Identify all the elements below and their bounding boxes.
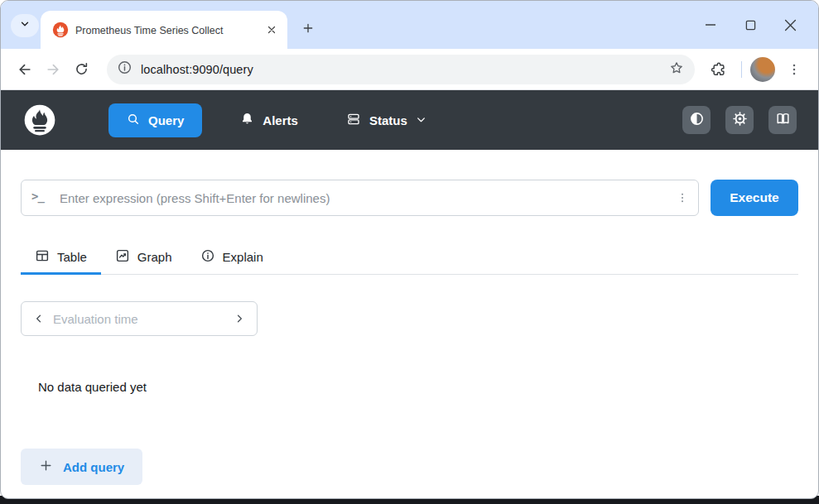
expression-input-wrap: >_ xyxy=(21,180,699,216)
extensions-icon[interactable] xyxy=(705,55,733,84)
empty-state-message: No data queried yet xyxy=(38,380,798,394)
prometheus-favicon-icon xyxy=(52,22,69,38)
tab-search-button[interactable] xyxy=(11,14,39,37)
toolbar-right xyxy=(705,55,808,84)
tab-graph[interactable]: Graph xyxy=(101,241,186,275)
add-query-label: Add query xyxy=(63,460,124,474)
prometheus-logo-icon[interactable] xyxy=(22,103,57,137)
profile-avatar[interactable] xyxy=(750,57,775,82)
server-stack-icon xyxy=(346,112,361,129)
tab-table[interactable]: Table xyxy=(21,241,101,275)
contrast-icon xyxy=(689,111,705,129)
search-icon xyxy=(127,113,140,128)
graph-icon xyxy=(115,248,130,266)
chevron-right-icon[interactable] xyxy=(227,306,252,331)
site-info-icon[interactable] xyxy=(117,60,132,79)
chevron-down-icon xyxy=(416,113,426,127)
window-controls xyxy=(691,12,810,37)
evaluation-time-picker xyxy=(21,301,258,336)
back-button[interactable] xyxy=(11,55,39,84)
forward-button[interactable] xyxy=(39,55,67,84)
maximize-button[interactable] xyxy=(730,12,770,37)
docs-button[interactable] xyxy=(768,106,797,134)
tab-table-label: Table xyxy=(57,250,87,264)
nav-alerts-link[interactable]: Alerts xyxy=(240,112,298,128)
terminal-prompt-icon: >_ xyxy=(31,190,44,203)
tab-title: Prometheus Time Series Collect xyxy=(75,25,224,36)
table-icon xyxy=(35,248,50,266)
tab-graph-label: Graph xyxy=(137,250,172,264)
browser-tab[interactable]: Prometheus Time Series Collect xyxy=(41,11,287,49)
book-icon xyxy=(775,111,791,129)
minimize-button[interactable] xyxy=(691,12,730,37)
info-circle-icon xyxy=(200,248,215,266)
add-query-button[interactable]: Add query xyxy=(21,449,142,485)
tab-close-icon[interactable] xyxy=(264,22,279,37)
browser-toolbar: localhost:9090/query xyxy=(1,49,818,90)
nav-alerts-label: Alerts xyxy=(263,113,298,127)
bell-icon xyxy=(240,112,254,128)
result-tabs: Table Graph Explain xyxy=(21,241,798,275)
nav-query-label: Query xyxy=(148,113,184,127)
prometheus-navbar: Query Alerts Status xyxy=(1,90,818,150)
new-tab-button[interactable] xyxy=(297,17,319,39)
expression-row: >_ Execute xyxy=(21,180,798,216)
nav-status-menu[interactable]: Status xyxy=(346,112,426,129)
evaluation-time-input[interactable] xyxy=(51,311,227,327)
query-page: >_ Execute Table Graph xyxy=(1,150,818,485)
close-button[interactable] xyxy=(770,12,810,37)
navbar-actions xyxy=(682,106,797,134)
tab-explain[interactable]: Explain xyxy=(186,241,277,275)
tab-title-fade xyxy=(238,22,259,37)
browser-window: Prometheus Time Series Collect xyxy=(0,0,819,499)
execute-button[interactable]: Execute xyxy=(711,180,798,216)
tab-title-wrap: Prometheus Time Series Collect xyxy=(75,22,259,37)
expression-input[interactable] xyxy=(21,180,699,216)
address-bar[interactable]: localhost:9090/query xyxy=(107,55,695,84)
settings-button[interactable] xyxy=(725,106,754,134)
bookmark-star-icon[interactable] xyxy=(668,60,685,79)
nav-query-button[interactable]: Query xyxy=(108,103,202,137)
browser-menu-kebab-icon[interactable] xyxy=(780,55,808,84)
nav-status-label: Status xyxy=(369,113,407,127)
gear-icon xyxy=(732,111,748,129)
toolbar-divider xyxy=(741,61,742,78)
plus-icon xyxy=(39,458,53,475)
tab-explain-label: Explain xyxy=(223,250,263,264)
theme-toggle-button[interactable] xyxy=(682,106,711,134)
browser-titlebar: Prometheus Time Series Collect xyxy=(1,1,818,49)
url-text: localhost:9090/query xyxy=(141,63,668,76)
chevron-left-icon[interactable] xyxy=(26,306,51,331)
expression-options-kebab-icon[interactable] xyxy=(672,188,692,208)
reload-button[interactable] xyxy=(67,55,95,84)
chevron-down-icon xyxy=(19,18,31,33)
